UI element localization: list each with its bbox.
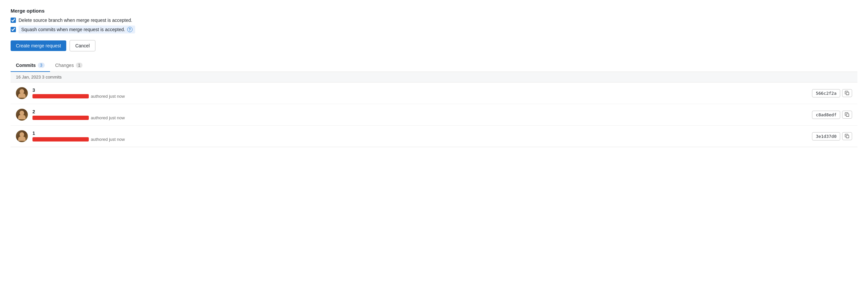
commit-message-row: authored just now xyxy=(32,115,807,120)
commit-meta: authored just now xyxy=(91,115,125,120)
delete-branch-row: Delete source branch when merge request … xyxy=(10,18,858,23)
tab-bar: Commits 3 Changes 1 xyxy=(10,59,858,72)
svg-rect-0 xyxy=(846,92,849,95)
tab-commits-badge: 3 xyxy=(38,63,45,68)
avatar xyxy=(16,130,28,142)
copy-hash-button[interactable] xyxy=(842,111,852,119)
commit-hash-area: 3e1d37d0 xyxy=(812,132,852,140)
delete-branch-checkbox[interactable] xyxy=(10,18,16,23)
page-container: Merge options Delete source branch when … xyxy=(0,0,868,155)
copy-hash-button[interactable] xyxy=(842,132,852,140)
commit-hash: 3e1d37d0 xyxy=(812,132,840,140)
table-row: 2 authored just now c8ad8edf xyxy=(10,104,858,126)
commit-message-row: authored just now xyxy=(32,94,807,99)
squash-help-icon[interactable]: ? xyxy=(127,27,132,32)
action-buttons: Create merge request Cancel xyxy=(10,40,858,51)
commit-info: 3 authored just now xyxy=(32,88,807,99)
copy-icon xyxy=(845,134,849,138)
create-merge-request-button[interactable]: Create merge request xyxy=(10,40,66,51)
tab-changes[interactable]: Changes 1 xyxy=(50,59,88,72)
commit-hash-area: c8ad8edf xyxy=(812,111,852,119)
squash-commits-checkbox[interactable] xyxy=(10,27,16,32)
commit-info: 1 authored just now xyxy=(32,130,807,142)
commit-message-row: authored just now xyxy=(32,137,807,142)
delete-branch-label: Delete source branch when merge request … xyxy=(19,18,132,23)
commits-date-header: 16 Jan, 2023 3 commits xyxy=(10,72,858,83)
commit-list: 3 authored just now 566c2f2a xyxy=(10,83,858,147)
tab-changes-badge: 1 xyxy=(76,63,83,68)
redacted-commit-message xyxy=(32,137,89,142)
commit-info: 2 authored just now xyxy=(32,109,807,120)
table-row: 3 authored just now 566c2f2a xyxy=(10,83,858,104)
squash-label-highlight: Squash commits when merge request is acc… xyxy=(19,26,135,33)
svg-rect-2 xyxy=(846,135,849,138)
avatar xyxy=(16,109,28,121)
cancel-button[interactable]: Cancel xyxy=(69,40,95,51)
tab-commits-label: Commits xyxy=(16,63,36,68)
commit-hash: c8ad8edf xyxy=(812,111,840,119)
merge-options-title: Merge options xyxy=(10,8,858,13)
tab-commits[interactable]: Commits 3 xyxy=(10,59,50,72)
svg-rect-1 xyxy=(846,114,849,116)
redacted-commit-message xyxy=(32,116,89,120)
redacted-commit-message xyxy=(32,94,89,98)
commit-number: 1 xyxy=(32,130,807,136)
commit-hash: 566c2f2a xyxy=(812,89,840,97)
copy-icon xyxy=(845,112,849,117)
commit-meta: authored just now xyxy=(91,94,125,99)
commit-meta: authored just now xyxy=(91,137,125,142)
commit-hash-area: 566c2f2a xyxy=(812,89,852,97)
copy-hash-button[interactable] xyxy=(842,89,852,97)
avatar xyxy=(16,87,28,99)
copy-icon xyxy=(845,91,849,95)
squash-commits-row: Squash commits when merge request is acc… xyxy=(10,26,858,33)
commit-number: 2 xyxy=(32,109,807,114)
squash-commits-label: Squash commits when merge request is acc… xyxy=(21,27,125,32)
table-row: 1 authored just now 3e1d37d0 xyxy=(10,126,858,147)
tab-changes-label: Changes xyxy=(55,63,74,68)
commit-number: 3 xyxy=(32,88,807,93)
